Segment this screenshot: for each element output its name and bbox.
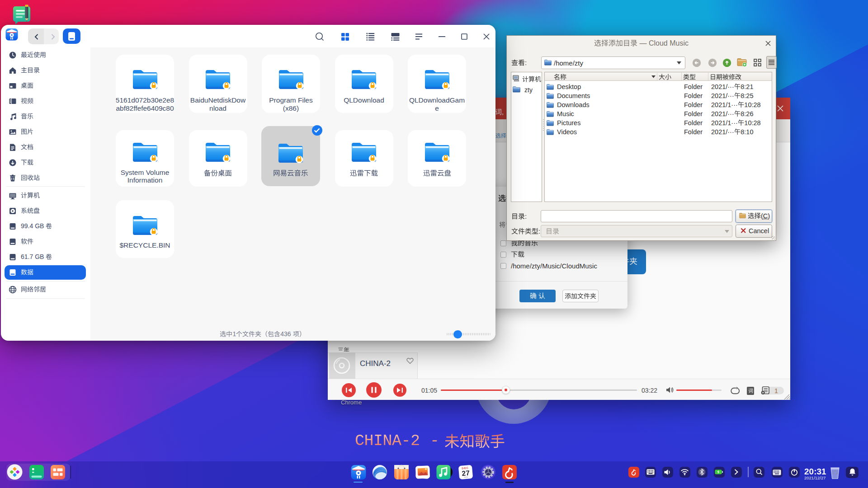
svg-text:MON: MON bbox=[464, 476, 468, 479]
